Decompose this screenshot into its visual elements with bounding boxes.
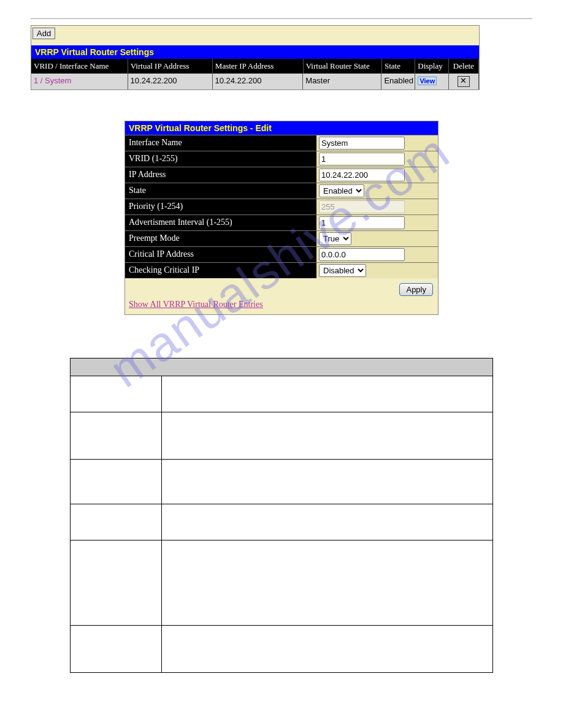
input-crit[interactable] [319, 248, 405, 261]
lbl-check: Checking Critical IP [125, 263, 316, 278]
param-name-cell [71, 412, 162, 460]
input-priority [319, 200, 405, 213]
select-preempt[interactable]: True [319, 232, 351, 245]
input-adv[interactable] [319, 216, 405, 229]
lbl-state: State [125, 183, 316, 199]
param-desc-cell [162, 626, 493, 673]
lbl-ip: IP Address [125, 167, 316, 183]
lbl-priority: Priority (1-254) [125, 199, 316, 214]
row-state: Enabled [381, 74, 415, 89]
vrrp-summary-panel: Add VRRP Virtual Router Settings VRID / … [31, 25, 480, 90]
param-desc-cell [162, 412, 493, 460]
row-mip: 10.24.22.200 [213, 74, 304, 89]
select-check[interactable]: Disabled [319, 264, 366, 277]
param-desc-cell [162, 504, 493, 540]
param-table-header [71, 358, 493, 376]
param-name-cell [71, 626, 162, 673]
hdr-state: State [382, 59, 415, 74]
param-name-cell [71, 504, 162, 540]
param-name-cell [71, 540, 162, 626]
apply-button[interactable]: Apply [399, 283, 433, 296]
input-ip[interactable] [319, 169, 405, 181]
top-rule [31, 18, 532, 19]
hdr-vip: Virtual IP Address [128, 59, 213, 74]
lbl-vrid: VRID (1-255) [125, 151, 316, 167]
param-desc-cell [162, 460, 493, 504]
hdr-mip: Master IP Address [213, 59, 304, 74]
lbl-adv: Advertisment Interval (1-255) [125, 215, 316, 230]
hdr-vrs: Virtual Router State [304, 59, 382, 74]
input-vrid[interactable] [319, 153, 405, 165]
summary-data-row: 1 / System 10.24.22.200 10.24.22.200 Mas… [31, 74, 479, 89]
hdr-delete: Delete [449, 59, 479, 74]
panel1-title: VRRP Virtual Router Settings [31, 45, 479, 59]
vrrp-edit-panel: VRRP Virtual Router Settings - Edit Inte… [124, 121, 439, 315]
row-vip: 10.24.22.200 [128, 74, 213, 89]
param-desc-cell [162, 376, 493, 412]
view-button[interactable]: View [418, 77, 437, 85]
hdr-display: Display [415, 59, 448, 74]
row-delete: ✕ [449, 74, 479, 89]
add-button[interactable]: Add [33, 28, 55, 39]
row-display: View [415, 74, 448, 89]
lbl-ifname: Interface Name [125, 135, 316, 151]
lbl-crit: Critical IP Address [125, 247, 316, 262]
lbl-preempt: Preempt Mode [125, 231, 316, 246]
row-vrs: Master [303, 74, 381, 89]
select-state[interactable]: Enabled [319, 184, 364, 197]
param-name-cell [71, 376, 162, 412]
param-name-cell [71, 460, 162, 504]
summary-header-row: VRID / Interface Name Virtual IP Address… [31, 59, 479, 74]
param-desc-cell [162, 540, 493, 626]
delete-button[interactable]: ✕ [458, 76, 470, 87]
parameter-table [70, 358, 493, 673]
show-all-link[interactable]: Show All VRRP Virtual Router Entries [125, 300, 267, 314]
hdr-vrid: VRID / Interface Name [31, 59, 128, 74]
row-vrid-link[interactable]: 1 / System [31, 74, 128, 89]
panel2-title: VRRP Virtual Router Settings - Edit [125, 121, 438, 135]
input-ifname[interactable] [319, 137, 405, 150]
